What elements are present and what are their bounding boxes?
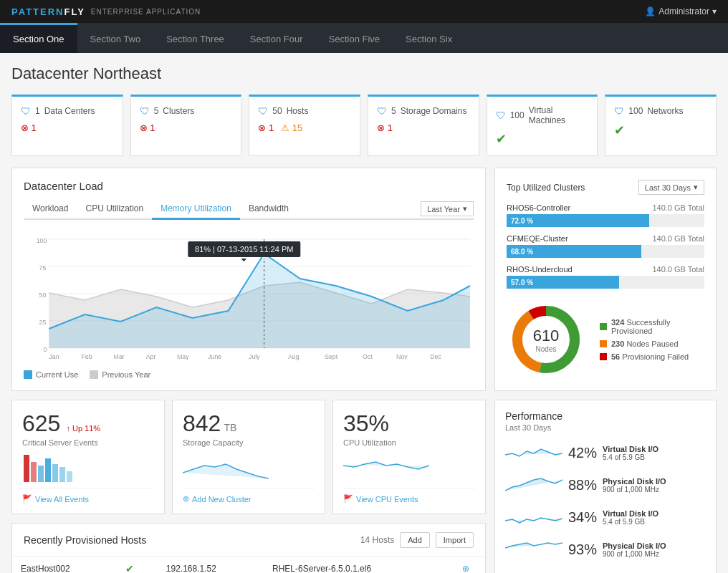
metric-card-storage: 842TB Storage Capacity ⊕ Add New Cluster	[172, 400, 325, 514]
metric-card-cpu: 35% CPU Utilization 🚩 View CPU Events	[332, 400, 486, 514]
svg-rect-32	[67, 471, 72, 482]
storage-error: ⊗ 1	[377, 122, 393, 133]
shield-icon: 🛡	[496, 110, 506, 121]
nav-item-section-two[interactable]: Section Two	[77, 23, 154, 53]
datacenters-error: ⊗ 1	[21, 122, 37, 133]
host-action-icon[interactable]: ⊕	[446, 557, 485, 573]
filter-label: Last Year	[427, 205, 460, 213]
networks-count: 100	[628, 106, 643, 116]
svg-text:Nov: Nov	[396, 353, 408, 360]
host-ip: 192.168.1.52	[158, 557, 264, 573]
svg-text:0: 0	[43, 346, 47, 353]
status-card-networks: 🛡 100 Networks ✔	[605, 95, 717, 156]
legend-paused-label: 230 Nodes Paused	[611, 340, 679, 348]
hosts-label: Hosts	[287, 106, 309, 116]
logo: PATTERNFLY	[11, 6, 85, 17]
clusters-filter-label: Last 30 Days	[645, 183, 691, 192]
chart-legend: Current Use Previous Year	[24, 370, 474, 379]
tab-workload[interactable]: Workload	[24, 199, 77, 220]
cluster-bar: 72.0 %	[507, 214, 649, 227]
svg-text:Sept: Sept	[325, 353, 338, 360]
clusters-header: Top Utilized Clusters Last 30 Days ▾	[507, 180, 704, 195]
sparkline-4	[505, 537, 562, 562]
view-all-events-action[interactable]: 🚩 View All Events	[22, 488, 154, 504]
legend-previous-box	[90, 370, 98, 379]
date-filter[interactable]: Last Year ▾	[421, 201, 474, 216]
svg-text:July: July	[249, 353, 260, 360]
cluster-bar: 57.0 %	[507, 276, 619, 289]
clusters-filter[interactable]: Last 30 Days ▾	[638, 180, 704, 195]
hosts-table: EastHost002 ✔ 192.168.1.52 RHEL-6Server-…	[12, 557, 485, 573]
perf-pct-3: 34%	[568, 509, 597, 526]
legend-current-label: Current Use	[36, 370, 78, 379]
svg-text:Oct: Oct	[363, 353, 373, 360]
events-mini-chart	[22, 451, 154, 483]
hosts-title: Recently Provisioned Hosts	[24, 534, 146, 546]
donut-center: 610 Nodes	[533, 327, 560, 353]
svg-text:Dec: Dec	[430, 353, 441, 360]
svg-text:100: 100	[37, 237, 47, 244]
clusters-count: 5	[154, 106, 159, 116]
donut-number: 610	[533, 327, 560, 345]
perf-info-4: Physical Disk I/O900 of 1,000 MHz	[603, 541, 666, 558]
shield-icon: 🛡	[377, 105, 387, 117]
view-cpu-action[interactable]: 🚩 View CPU Events	[343, 488, 475, 504]
shield-icon: 🛡	[140, 105, 150, 117]
storage-mini-chart	[183, 451, 315, 483]
metric-cards: 625 ↑ Up 11% Critical Server Events	[11, 400, 486, 514]
nav-item-section-six[interactable]: Section Six	[393, 23, 465, 53]
top-clusters-card: Top Utilized Clusters Last 30 Days ▾ RHO…	[494, 168, 717, 391]
tab-cpu[interactable]: CPU Utilization	[77, 199, 152, 220]
chevron-down-icon: ▾	[463, 204, 467, 213]
nav-item-section-four[interactable]: Section Four	[237, 23, 316, 53]
vms-count: 100	[510, 110, 525, 120]
cluster-bar-bg: 57.0 %	[507, 276, 704, 289]
cluster-name: RHOS6-Controller	[507, 203, 570, 212]
add-cluster-action[interactable]: ⊕ Add New Cluster	[183, 488, 315, 504]
perf-item-5: 36% Virtual Disk I/O5.4 of 5.9 GB	[505, 569, 706, 573]
top-bar-left: PATTERNFLY ENTERPRISE APPLICATION	[11, 6, 201, 17]
clusters-title: Top Utilized Clusters	[507, 183, 585, 193]
add-host-button[interactable]: Add	[400, 532, 430, 548]
enterprise-label: ENTERPRISE APPLICATION	[91, 8, 201, 16]
nav-item-section-five[interactable]: Section Five	[316, 23, 393, 53]
svg-text:50: 50	[39, 292, 47, 299]
table-row: EastHost002 ✔ 192.168.1.52 RHEL-6Server-…	[12, 557, 485, 573]
status-card-clusters: 🛡 5 Clusters ⊗ 1	[130, 95, 242, 156]
status-cards: 🛡 1 Data Centers ⊗ 1 🛡 5 Clusters ⊗ 1 🛡 …	[11, 95, 717, 156]
hosts-error: ⊗ 1	[258, 122, 274, 133]
clusters-error: ⊗ 1	[140, 122, 155, 133]
donut-section: 610 Nodes 324 Successfully Provisioned 2…	[507, 300, 704, 379]
nav-item-section-one[interactable]: Section One	[0, 23, 77, 53]
legend-previous: Previous Year	[90, 370, 150, 379]
status-card-hosts: 🛡 50 Hosts ⊗ 1 ⚠ 15	[249, 95, 360, 156]
svg-text:75: 75	[39, 264, 47, 271]
nav-item-section-three[interactable]: Section Three	[153, 23, 237, 53]
cluster-pct: 72.0 %	[511, 217, 533, 225]
hosts-card: Recently Provisioned Hosts 14 Hosts Add …	[11, 523, 486, 573]
donut-chart: 610 Nodes	[507, 300, 585, 379]
svg-rect-26	[24, 455, 29, 482]
user-menu[interactable]: 👤 Administrator ▾	[645, 6, 717, 16]
perf-info-3: Virtual Disk I/O5.4 of 5.9 GB	[603, 509, 658, 526]
svg-rect-29	[45, 458, 51, 482]
svg-text:Apr: Apr	[146, 353, 156, 360]
memory-chart: 81% | 07-13-2015 11:24 PM 100 75 50 25 0	[24, 228, 474, 365]
events-value: 625	[22, 410, 60, 437]
tab-memory[interactable]: Memory Utilization	[152, 199, 240, 220]
vms-ok: ✔	[496, 131, 507, 147]
perf-item-2: 88% Physical Disk I/O900 of 1,000 MHz	[505, 473, 706, 498]
flag-icon: 🚩	[22, 494, 32, 504]
cluster-name: RHOS-Undercloud	[507, 265, 573, 274]
legend-current: Current Use	[24, 370, 78, 379]
user-icon: 👤	[645, 6, 656, 16]
tab-bandwidth[interactable]: Bandwidth	[240, 199, 297, 220]
import-host-button[interactable]: Import	[436, 532, 474, 548]
perf-item-4: 93% Physical Disk I/O900 of 1,000 MHz	[505, 537, 706, 562]
chevron-down-icon: ▾	[712, 6, 717, 16]
legend-failed: 56 Provisioning Failed	[600, 352, 704, 361]
view-events-label: View All Events	[35, 495, 89, 504]
sparkline-3	[505, 505, 562, 530]
storage-label: Storage Capacity	[183, 438, 315, 447]
svg-rect-28	[38, 466, 44, 482]
